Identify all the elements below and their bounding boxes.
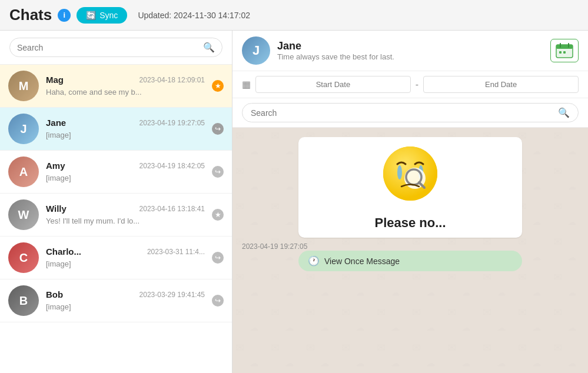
main-layout: 🔍 M Mag 2023-04-18 12:09:01 Haha, come a… [0, 31, 588, 373]
left-search-bar: 🔍 [9, 38, 222, 57]
updated-text: Updated: 2024-11-30 14:17:02 [138, 11, 250, 20]
calendar-small-icon: ▦ [242, 79, 251, 90]
view-once-icon: 🕐 [308, 255, 320, 267]
left-panel: 🔍 M Mag 2023-04-18 12:09:01 Haha, come a… [0, 31, 232, 373]
chat-content: ✉ ☁ [232, 128, 588, 373]
contact-status: Time always save the best for last. [277, 52, 394, 61]
chat-list: M Mag 2023-04-18 12:09:01 Haha, come and… [0, 65, 232, 373]
chat-item-charlo[interactable]: C Charlo... 2023-03-31 11:4... [image] ↪ [0, 237, 232, 279]
left-search-input[interactable] [17, 43, 203, 52]
contact-name: Jane [277, 40, 394, 52]
chat-item-amy[interactable]: A Amy 2023-04-19 18:42:05 [image] ↪ [0, 151, 232, 194]
chat-name-row-mag: Mag 2023-04-18 12:09:01 [46, 75, 205, 85]
svg-rect-1 [556, 45, 573, 49]
right-header: J Jane Time always save the best for las… [232, 31, 588, 71]
svg-point-11 [397, 165, 402, 179]
calendar-icon-box[interactable] [550, 39, 579, 62]
avatar-charlo: C [8, 242, 39, 273]
chat-name-row-jane: Jane 2023-04-19 19:27:05 [46, 118, 205, 128]
right-search-bar: 🔍 [242, 103, 579, 122]
sync-icon: 🔄 [86, 11, 96, 20]
chat-preview-jane: [image] [46, 131, 71, 139]
chat-time-amy: 2023-04-19 18:42:05 [139, 162, 205, 170]
right-search-icon[interactable]: 🔍 [558, 107, 570, 118]
left-search-icon[interactable]: 🔍 [203, 42, 215, 53]
chat-preview-bob: [image] [46, 302, 71, 311]
date-dash: - [416, 79, 418, 90]
chat-name-willy: Willy [46, 204, 67, 214]
contact-info: J Jane Time always save the best for las… [242, 36, 394, 65]
chat-time-charlo: 2023-03-31 11:4... [147, 248, 205, 256]
avatar-bob: B [8, 285, 39, 316]
view-once-label: View Once Message [324, 257, 400, 266]
svg-rect-4 [559, 51, 562, 54]
app-title: Chats [9, 6, 52, 24]
avatar-amy: A [8, 156, 39, 187]
chat-badge-bob: ↪ [212, 295, 224, 307]
chat-item-willy[interactable]: W Willy 2023-04-16 13:18:41 Yes! I'll te… [0, 194, 232, 237]
svg-rect-5 [563, 51, 566, 54]
contact-details: Jane Time always save the best for last. [277, 40, 394, 61]
chat-info-mag: Mag 2023-04-18 12:09:01 Haha, come and s… [46, 75, 205, 97]
chat-name-bob: Bob [46, 289, 63, 299]
message-bubble: Please no... [298, 137, 522, 238]
chat-badge-amy: ↪ [212, 166, 224, 178]
chat-item-mag[interactable]: M Mag 2023-04-18 12:09:01 Haha, come and… [0, 65, 232, 108]
chat-content-wrapper: ✉ ☁ [232, 128, 588, 373]
chat-info-willy: Willy 2023-04-16 13:18:41 Yes! I'll tell… [46, 204, 205, 226]
emoji-svg [381, 144, 440, 203]
chat-preview-amy: [image] [46, 174, 71, 182]
chat-info-jane: Jane 2023-04-19 19:27:05 [image] [46, 118, 205, 140]
message-emoji [308, 144, 513, 211]
chat-preview-mag: Haha, come and see my b... [46, 88, 142, 96]
chat-item-jane[interactable]: J Jane 2023-04-19 19:27:05 [image] ↪ [0, 108, 232, 151]
right-panel: J Jane Time always save the best for las… [232, 31, 588, 373]
chat-info-bob: Bob 2023-03-29 19:41:45 [image] [46, 289, 205, 312]
view-once-bar[interactable]: 🕐 View Once Message [298, 251, 522, 271]
chat-badge-mag: ★ [212, 80, 224, 92]
contact-avatar: J [242, 36, 270, 65]
calendar-icon [555, 42, 574, 59]
avatar-mag: M [8, 71, 39, 101]
right-search: 🔍 [232, 98, 588, 128]
avatar-jane: J [8, 114, 39, 144]
end-date-input[interactable] [423, 76, 579, 93]
chat-name-jane: Jane [46, 118, 66, 128]
chat-time-jane: 2023-04-19 19:27:05 [139, 119, 205, 127]
app-header: Chats i 🔄 Sync Updated: 2024-11-30 14:17… [0, 0, 588, 31]
message-time: 2023-04-19 19:27:05 [242, 242, 579, 251]
start-date-input[interactable] [255, 76, 411, 93]
chat-info-charlo: Charlo... 2023-03-31 11:4... [image] [46, 247, 205, 269]
chat-badge-charlo: ↪ [212, 252, 224, 264]
right-search-input[interactable] [251, 108, 558, 118]
info-badge[interactable]: i [58, 9, 71, 22]
chat-name-row-bob: Bob 2023-03-29 19:41:45 [46, 289, 205, 299]
message-text: Please no... [308, 215, 513, 231]
chat-badge-jane: ↪ [212, 123, 224, 135]
chat-name-charlo: Charlo... [46, 247, 81, 257]
chat-name-row-amy: Amy 2023-04-19 18:42:05 [46, 161, 205, 171]
search-bar-container: 🔍 [0, 31, 232, 65]
chat-time-bob: 2023-03-29 19:41:45 [139, 291, 205, 299]
date-filter: ▦ - [232, 71, 588, 98]
sync-button[interactable]: 🔄 Sync [77, 7, 127, 24]
avatar-willy: W [8, 199, 39, 230]
chat-name-amy: Amy [46, 161, 65, 171]
chat-name-mag: Mag [46, 75, 64, 85]
chat-name-row-charlo: Charlo... 2023-03-31 11:4... [46, 247, 205, 257]
chat-time-willy: 2023-04-16 13:18:41 [139, 205, 205, 213]
chat-info-amy: Amy 2023-04-19 18:42:05 [image] [46, 161, 205, 183]
chat-badge-willy: ★ [212, 209, 224, 221]
chat-preview-charlo: [image] [46, 259, 71, 268]
chat-item-bob[interactable]: B Bob 2023-03-29 19:41:45 [image] ↪ [0, 279, 232, 322]
chat-time-mag: 2023-04-18 12:09:01 [139, 76, 205, 84]
chat-preview-willy: Yes! I'll tell my mum. I'd lo... [46, 217, 139, 225]
chat-name-row-willy: Willy 2023-04-16 13:18:41 [46, 204, 205, 214]
sync-label: Sync [99, 11, 118, 20]
